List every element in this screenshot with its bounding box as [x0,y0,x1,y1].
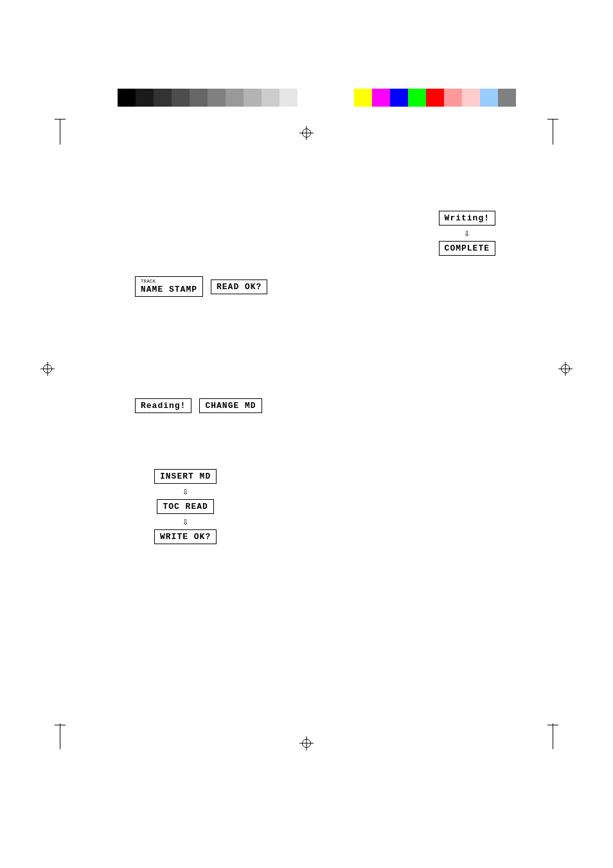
color-bar [426,89,444,107]
grayscale-bar [226,89,244,107]
registration-line-left-bottom [60,723,60,749]
color-bar [372,89,390,107]
registration-tick-right-top [547,119,558,120]
grayscale-bar [244,89,262,107]
reading-display: Reading! [135,398,191,413]
toc-read-display: TOC READ [157,499,213,514]
registration-tick-left-bottom [55,725,66,725]
writing-arrow: ⇩ [464,227,470,240]
color-bar [462,89,480,107]
grayscale-bars [118,89,315,107]
color-bars-container [118,89,516,107]
color-bar [354,89,372,107]
color-bar [408,89,426,107]
grayscale-bar [280,89,298,107]
complete-display: COMPLETE [439,241,495,256]
registration-tick-right-bottom [547,725,558,725]
grayscale-bar [190,89,208,107]
crosshair-top-center [299,126,314,140]
insert-arrow1: ⇩ [182,485,189,498]
color-bar [480,89,498,107]
insert-toc-write-section: INSERT MD ⇩ TOC READ ⇩ WRITE OK? [154,469,217,544]
writing-complete-section: Writing! ⇩ COMPLETE [439,211,495,256]
insert-md-display: INSERT MD [154,469,217,484]
track-label: TRACK [141,279,197,284]
write-ok-display: WRITE OK? [154,529,217,544]
color-bar [498,89,516,107]
insert-arrow2: ⇩ [182,515,189,528]
grayscale-bar [154,89,172,107]
crosshair-mid-right [558,362,573,376]
color-bar [444,89,462,107]
grayscale-bar [208,89,226,107]
registration-tick-left-top [55,119,66,120]
grayscale-bar [172,89,190,107]
grayscale-bar [262,89,280,107]
grayscale-bar [118,89,136,107]
color-bars [354,89,516,107]
color-bar [390,89,408,107]
read-ok-display: READ OK? [211,279,267,294]
reading-change-section: Reading! CHANGE MD [135,398,262,413]
registration-line-right-bottom [553,723,553,749]
name-stamp-section: TRACK NAME STAMP READ OK? [135,276,267,297]
registration-line-right-top [553,119,553,145]
grayscale-bar [298,89,315,107]
registration-line-left-top [60,119,60,145]
crosshair-mid-left [40,362,55,376]
writing-display: Writing! [439,211,495,226]
grayscale-bar [136,89,154,107]
change-md-display: CHANGE MD [199,398,262,413]
name-stamp-label: NAME STAMP [141,285,197,294]
crosshair-bottom-center [299,736,314,750]
name-stamp-display: TRACK NAME STAMP [135,276,203,297]
